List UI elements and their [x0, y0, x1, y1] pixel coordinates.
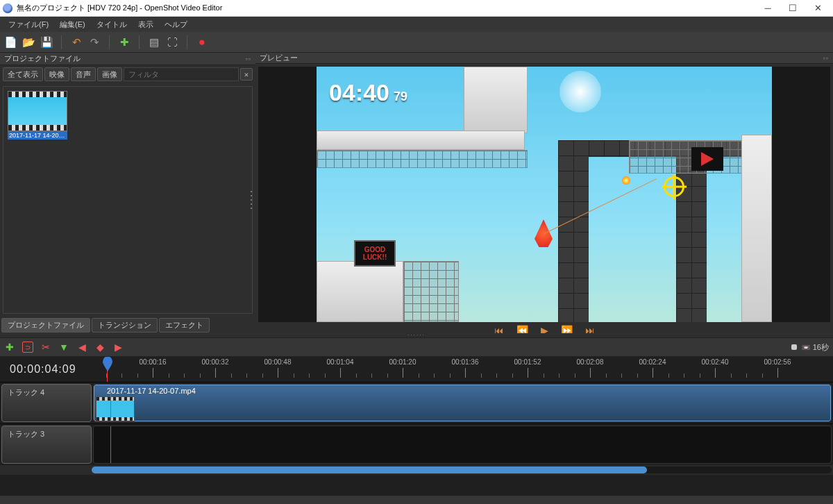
timeline-scrollbar[interactable]: [0, 465, 833, 475]
project-files-title: プロジェクトファイル: [4, 53, 81, 64]
track-header[interactable]: トラック 3: [1, 426, 92, 464]
crosshair-icon: [664, 176, 684, 197]
open-project-icon[interactable]: 📂: [22, 36, 35, 49]
menu-title[interactable]: タイトル: [91, 17, 133, 32]
toolbar-separator: [109, 35, 110, 49]
timeline-clip[interactable]: 2017-11-17 14-20-07.mp4: [94, 385, 831, 421]
track-body[interactable]: 2017-11-17 14-20-07.mp4: [93, 384, 832, 422]
panel-undock-icon[interactable]: ▫▫: [823, 55, 829, 62]
tab-transitions[interactable]: トランジション: [92, 318, 158, 333]
project-files-title-bar: プロジェクトファイル ▫▫: [0, 53, 255, 65]
preview-title-bar: プレビュー ▫▫: [255, 53, 833, 64]
clip-thumbnail: [96, 396, 135, 421]
video-preview-canvas[interactable]: GOOD LUCK!! 04:4079: [317, 67, 772, 322]
maximize-button[interactable]: ☐: [780, 1, 805, 16]
zoom-slider[interactable]: [791, 344, 797, 350]
ruler-label: 00:02:56: [764, 358, 791, 366]
next-marker-icon[interactable]: ▶: [112, 342, 124, 353]
timeline-timecode: 00:00:04:09: [0, 357, 90, 382]
panel-undock-icon[interactable]: ▫▫: [246, 56, 251, 62]
zoom-label: 📼 16秒: [801, 342, 829, 353]
filter-clear-icon[interactable]: ⨉: [240, 68, 253, 81]
ruler-label: 00:01:20: [389, 358, 416, 366]
ruler-label: 00:02:08: [577, 358, 604, 366]
app-logo-icon: [3, 3, 12, 13]
main-toolbar: 📄 📂 💾 ↶ ↷ ✚ ▤ ⛶ ●: [0, 32, 833, 53]
filter-video[interactable]: 映像: [44, 67, 69, 81]
ruler-label: 00:01:52: [514, 358, 541, 366]
center-playhead-icon[interactable]: ◆: [94, 342, 106, 353]
menu-bar: ファイル(F) 編集(E) タイトル 表示 ヘルプ: [0, 17, 833, 32]
clip-label: 2017-11-17 14-20-07.mp4: [107, 387, 196, 395]
status-bar: [0, 496, 833, 504]
preview-title: プレビュー: [260, 53, 298, 63]
preview-timer: 04:4079: [329, 79, 407, 106]
minimize-button[interactable]: ─: [755, 1, 780, 16]
undo-icon[interactable]: ↶: [70, 36, 83, 49]
playhead-handle-icon[interactable]: [103, 357, 112, 366]
timeline[interactable]: 00:00:04:09 00:00:1600:00:3200:00:4800:0…: [0, 357, 833, 496]
redo-icon[interactable]: ↷: [88, 36, 101, 49]
project-files-list[interactable]: 2017-11-17 14-20-07...: [3, 86, 253, 314]
arrow-sign-icon: [691, 147, 723, 171]
menu-help[interactable]: ヘルプ: [159, 17, 193, 32]
prev-marker-icon[interactable]: ◀: [76, 342, 87, 353]
panel-resize-handle[interactable]: [249, 190, 253, 210]
track-header[interactable]: トラック 4: [1, 384, 92, 422]
project-files-panel: プロジェクトファイル ▫▫ 全て表示 映像 音声 画像 ⨉ 2017-11-17…: [0, 53, 255, 333]
window-title: 無名のプロジェクト [HDV 720 24p] - OpenShot Video…: [17, 3, 755, 13]
toolbar-separator: [139, 35, 140, 49]
snap-icon[interactable]: ⊃: [22, 342, 33, 353]
menu-file[interactable]: ファイル(F): [3, 17, 54, 32]
title-bar: 無名のプロジェクト [HDV 720 24p] - OpenShot Video…: [0, 0, 833, 17]
filter-input[interactable]: [124, 67, 239, 81]
playhead[interactable]: [107, 357, 108, 382]
save-project-icon[interactable]: 💾: [40, 36, 53, 49]
project-file-item[interactable]: 2017-11-17 14-20-07...: [8, 91, 67, 140]
project-file-label: 2017-11-17 14-20-07...: [8, 131, 67, 140]
new-project-icon[interactable]: 📄: [4, 36, 17, 49]
track-body[interactable]: [93, 426, 832, 464]
timeline-ruler[interactable]: 00:00:1600:00:3200:00:4800:01:0400:01:20…: [90, 357, 833, 382]
close-button[interactable]: ✕: [805, 1, 830, 16]
ruler-label: 00:00:32: [202, 358, 229, 366]
ruler-label: 00:00:48: [264, 358, 292, 366]
import-files-icon[interactable]: ✚: [118, 36, 131, 49]
profile-icon[interactable]: ▤: [148, 36, 160, 49]
track-row: トラック 3: [0, 423, 833, 465]
tab-project-files[interactable]: プロジェクトファイル: [1, 318, 90, 333]
timeline-toolbar: ✚ ⊃ ✂ ▼ ◀ ◆ ▶ 📼 16秒: [0, 337, 833, 357]
filter-image[interactable]: 画像: [97, 67, 122, 81]
filter-audio[interactable]: 音声: [71, 67, 96, 81]
toolbar-separator: [187, 35, 187, 49]
menu-view[interactable]: 表示: [133, 17, 159, 32]
ruler-label: 00:01:36: [452, 358, 479, 366]
ruler-label: 00:02:40: [702, 358, 729, 366]
add-track-icon[interactable]: ✚: [4, 342, 15, 353]
fullscreen-icon[interactable]: ⛶: [166, 36, 178, 49]
filter-show-all[interactable]: 全て表示: [3, 67, 43, 81]
track-row: トラック 4 2017-11-17 14-20-07.mp4: [0, 382, 833, 423]
menu-edit[interactable]: 編集(E): [54, 17, 91, 32]
good-luck-sign: GOOD LUCK!!: [354, 240, 396, 267]
marker-down-icon[interactable]: ▼: [58, 342, 69, 353]
preview-panel: プレビュー ▫▫ GOOD LUCK!!: [255, 53, 833, 333]
ruler-label: 00:00:16: [140, 358, 167, 366]
tab-effects[interactable]: エフェクト: [159, 318, 210, 333]
export-icon[interactable]: ●: [196, 36, 208, 49]
razor-icon[interactable]: ✂: [40, 342, 51, 353]
ruler-label: 00:02:24: [639, 358, 666, 366]
toolbar-separator: [61, 35, 62, 49]
ruler-label: 00:01:04: [327, 358, 354, 366]
